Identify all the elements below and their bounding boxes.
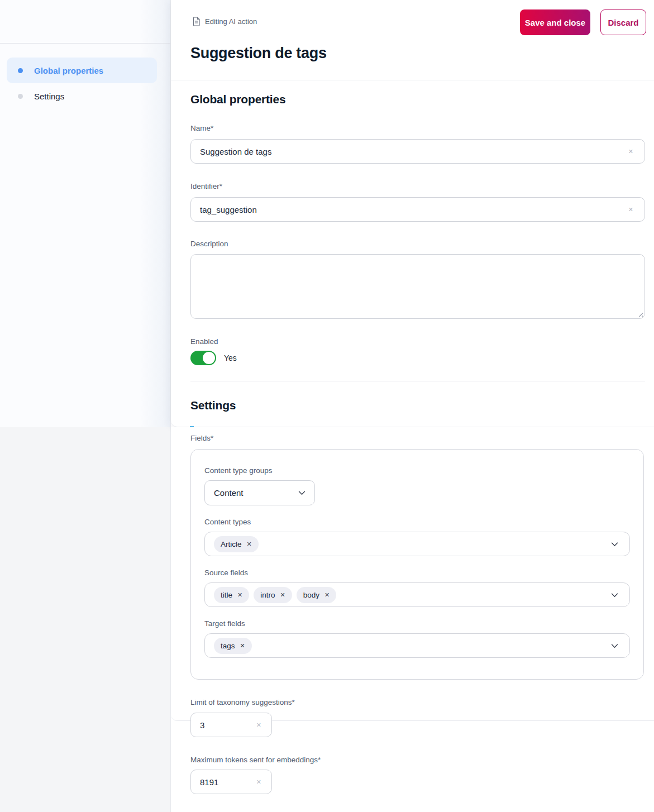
clear-limit-icon[interactable]: ✕ [254,719,264,731]
target-fields-label: Target fields [204,619,630,628]
sidebar-item-global-properties[interactable]: Global properties [7,58,157,83]
page-title: Suggestion de tags [190,45,327,62]
resize-handle-icon[interactable] [637,311,643,317]
source-fields-select[interactable]: title✕intro✕body✕ [204,582,630,607]
save-and-close-button[interactable]: Save and close [520,9,590,35]
remove-tag-icon[interactable]: ✕ [237,591,242,599]
content-type-groups-value: Content [214,488,297,498]
settings-heading: Settings [190,399,236,412]
anchor-nav: Global properties Settings [7,58,157,109]
left-rail: Global properties Settings [0,0,171,812]
max-tokens-value: 8191 [200,777,254,787]
fields-label: Fields* [190,434,213,442]
selected-tag-pill: body✕ [297,587,337,603]
max-tokens-label: Maximum tokens sent for embeddings* [190,756,321,764]
name-label: Name* [190,124,213,132]
document-icon [193,17,201,26]
content-type-groups-select[interactable]: Content [204,480,315,505]
tag-label: Article [221,540,242,548]
settings-panel: Fields* Content type groups Content Cont… [171,427,654,721]
selected-tags: Article✕ [214,536,605,552]
remove-tag-icon[interactable]: ✕ [240,642,245,649]
description-label: Description [190,240,228,248]
selected-tags: title✕intro✕body✕ [214,587,605,603]
description-textarea[interactable] [190,254,645,319]
selected-tag-pill: title✕ [214,587,249,603]
rail-divider [0,43,170,44]
remove-tag-icon[interactable]: ✕ [280,591,285,599]
sidebar-item-label: Global properties [34,66,103,75]
fields-group-card: Content type groups Content Content type… [190,449,644,680]
clear-name-icon[interactable]: ✕ [626,146,636,157]
name-field[interactable]: Suggestion de tags ✕ [190,139,645,164]
name-value: Suggestion de tags [200,147,626,156]
active-dot-icon [18,68,23,73]
identifier-label: Identifier* [190,182,222,190]
tag-label: tags [221,642,235,650]
identifier-field[interactable]: tag_suggestion ✕ [190,197,645,222]
discard-button[interactable]: Discard [600,9,646,35]
tag-label: body [303,591,319,599]
numeric-settings-panel: Limit of taxonomy suggestions* 3 ✕ Maxim… [171,721,654,812]
enabled-toggle[interactable] [190,351,216,365]
sidebar-item-label: Settings [34,92,64,101]
selected-tags: tags✕ [214,638,605,654]
context-label: Editing AI action [205,17,257,26]
source-fields-label: Source fields [204,569,630,577]
content-types-label: Content types [204,518,630,526]
chevron-down-icon [297,488,307,498]
content-type-groups-label: Content type groups [204,466,630,475]
limit-label: Limit of taxonomy suggestions* [190,698,295,706]
limit-value: 3 [200,720,254,730]
remove-tag-icon[interactable]: ✕ [324,591,330,599]
inactive-dot-icon [18,94,23,99]
title-divider [171,80,654,80]
target-fields-group: Target fields tags✕ [204,619,630,658]
limit-field[interactable]: 3 ✕ [190,713,272,737]
identifier-value: tag_suggestion [200,205,626,214]
max-tokens-field[interactable]: 8191 ✕ [190,770,272,794]
content-type-groups-group: Content type groups Content [204,466,630,505]
content-types-group: Content types Article✕ [204,518,630,556]
global-properties-heading: Global properties [190,93,285,106]
tag-label: title [221,591,232,599]
enabled-state-label: Yes [224,354,237,362]
content-types-select[interactable]: Article✕ [204,532,630,556]
selected-tag-pill: tags✕ [214,638,252,654]
chevron-down-icon [610,539,619,549]
context-breadcrumb: Editing AI action [193,17,257,26]
chevron-down-icon [610,590,619,600]
clear-max-tokens-icon[interactable]: ✕ [254,776,264,788]
selected-tag-pill: Article✕ [214,536,259,552]
clear-identifier-icon[interactable]: ✕ [626,204,636,216]
section-divider [190,381,645,381]
global-properties-panel: Editing AI action Save and close Discard… [171,0,654,427]
tag-label: intro [260,591,275,599]
toggle-knob [203,352,215,364]
enabled-label: Enabled [190,337,218,346]
source-fields-group: Source fields title✕intro✕body✕ [204,569,630,607]
sidebar-item-settings[interactable]: Settings [7,83,157,109]
remove-tag-icon[interactable]: ✕ [247,541,252,548]
target-fields-select[interactable]: tags✕ [204,633,630,658]
selected-tag-pill: intro✕ [254,587,292,603]
chevron-down-icon [610,641,619,651]
